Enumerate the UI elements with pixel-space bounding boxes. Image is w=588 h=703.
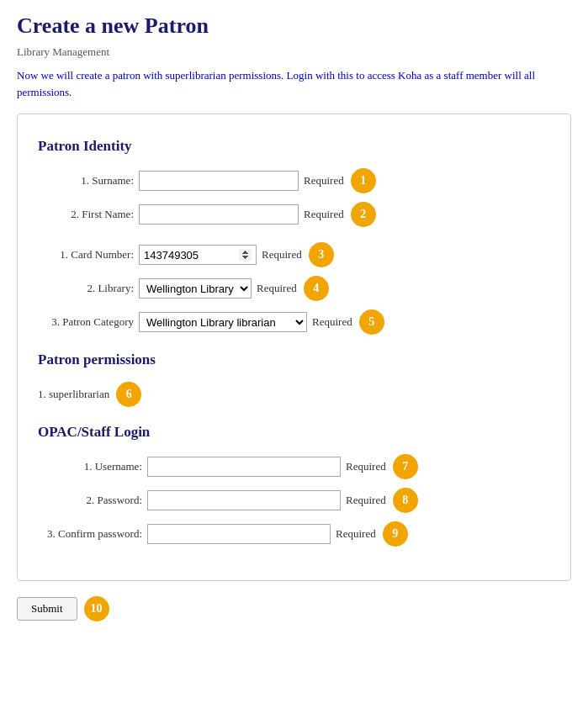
surname-badge: 1 xyxy=(351,168,376,193)
username-required: Required xyxy=(346,460,386,473)
confirm-password-label: 3. Confirm password: xyxy=(38,527,147,541)
confirm-password-row: 3. Confirm password: Required 9 xyxy=(38,521,550,547)
submit-badge: 10 xyxy=(84,596,109,621)
patron-category-select[interactable]: Wellington Library librarian Other Categ… xyxy=(139,312,307,332)
firstname-row: 2. First Name: Required 2 xyxy=(38,202,550,227)
submit-button[interactable]: Submit xyxy=(17,597,77,621)
patron-category-badge: 5 xyxy=(359,309,384,335)
password-row: 2. Password: Required 8 xyxy=(38,488,550,513)
confirm-password-input[interactable] xyxy=(147,524,331,544)
page-description: Now we will create a patron with superli… xyxy=(17,67,571,100)
patron-category-row: 3. Patron Category Wellington Library li… xyxy=(38,309,550,335)
patron-permissions-section: Patron permissions 1. superlibrarian 6 xyxy=(38,352,550,407)
patron-permissions-title: Patron permissions xyxy=(38,352,550,368)
password-required: Required xyxy=(346,494,386,507)
superlibrarian-badge: 6 xyxy=(116,382,141,407)
confirm-password-badge: 9 xyxy=(383,521,408,547)
cardnumber-label: 1. Card Number: xyxy=(38,248,139,262)
surname-label: 1. Surname: xyxy=(38,174,139,188)
library-label: 2. Library: xyxy=(38,282,139,295)
cardnumber-required: Required xyxy=(262,248,302,262)
surname-required: Required xyxy=(304,174,344,188)
patron-category-label: 3. Patron Category xyxy=(38,315,139,329)
library-select[interactable]: Wellington Library Other Library xyxy=(139,278,252,299)
firstname-input[interactable] xyxy=(139,204,299,225)
library-required: Required xyxy=(257,282,297,295)
username-row: 1. Username: Required 7 xyxy=(38,454,550,479)
password-label: 2. Password: xyxy=(38,494,147,507)
form-container: Patron Identity 1. Surname: Required 1 2… xyxy=(17,114,571,581)
username-input[interactable] xyxy=(147,457,341,477)
surname-row: 1. Surname: Required 1 xyxy=(38,168,550,193)
password-badge: 8 xyxy=(393,488,418,513)
submit-area: Submit 10 xyxy=(17,596,571,621)
firstname-badge: 2 xyxy=(351,202,376,227)
cardnumber-badge: 3 xyxy=(309,242,334,267)
superlibrarian-row: 1. superlibrarian 6 xyxy=(38,382,550,407)
firstname-required: Required xyxy=(304,208,344,221)
page-title: Create a new Patron xyxy=(17,13,571,39)
library-badge: 4 xyxy=(304,276,329,301)
opac-staff-login-section: OPAC/Staff Login 1. Username: Required 7… xyxy=(38,424,550,547)
superlibrarian-label: 1. superlibrarian xyxy=(38,388,109,401)
firstname-label: 2. First Name: xyxy=(38,208,139,221)
patron-category-required: Required xyxy=(312,315,352,329)
opac-staff-login-title: OPAC/Staff Login xyxy=(38,424,550,441)
cardnumber-input[interactable] xyxy=(139,245,257,265)
patron-identity-title: Patron Identity xyxy=(38,138,550,155)
confirm-password-required: Required xyxy=(336,527,376,541)
patron-identity-section: Patron Identity 1. Surname: Required 1 2… xyxy=(38,138,550,335)
username-badge: 7 xyxy=(393,454,418,479)
library-row: 2. Library: Wellington Library Other Lib… xyxy=(38,276,550,301)
username-label: 1. Username: xyxy=(38,460,147,473)
cardnumber-row: 1. Card Number: Required 3 xyxy=(38,242,550,267)
breadcrumb: Library Management xyxy=(17,45,571,59)
password-input[interactable] xyxy=(147,490,341,510)
surname-input[interactable] xyxy=(139,171,299,191)
